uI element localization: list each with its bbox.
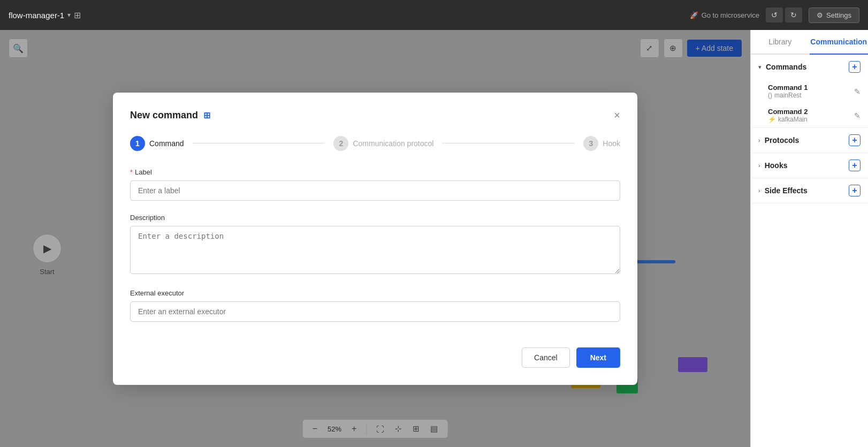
main-layout: 🔍 ⤢ ⊕ + Add state ▶ Start − 52% + [0, 30, 868, 447]
add-side-effect-button[interactable]: + [849, 185, 861, 196]
side-effects-section-title: Side Effects [765, 186, 808, 195]
step-1-circle: 1 [130, 136, 145, 151]
sidebar-section-commands: ▾ Commands + Command 1 () mainRest ✎ Com… [751, 55, 868, 128]
modal-header: New command ⊞ × [130, 110, 620, 121]
settings-button[interactable]: ⚙ Settings [809, 7, 859, 23]
side-effects-chevron-icon: › [758, 187, 760, 194]
modal-footer: Cancel Next [130, 335, 620, 368]
step-1: 1 Command [130, 136, 184, 151]
label-input[interactable] [130, 180, 620, 201]
commands-chevron-icon: ▾ [758, 64, 762, 71]
external-executor-text: External executor [130, 289, 184, 297]
command-1-sub: () mainRest [768, 92, 808, 99]
description-textarea[interactable] [130, 226, 620, 274]
book-icon: ⊞ [74, 10, 81, 20]
step-3-circle: 3 [583, 136, 598, 151]
go-to-microservice-link[interactable]: 🚀 Go to microservice [690, 11, 759, 19]
commands-section-header[interactable]: ▾ Commands + [751, 55, 868, 79]
next-button[interactable]: Next [576, 347, 620, 368]
add-command-button[interactable]: + [849, 61, 861, 73]
command-1-icon: () [768, 92, 772, 99]
redo-button[interactable]: ↻ [785, 7, 802, 22]
command-1-sub-text: mainRest [774, 92, 802, 99]
edit-command-1-button[interactable]: ✎ [854, 87, 861, 96]
external-executor-field-label: External executor [130, 289, 620, 297]
label-form-group: * Label [130, 168, 620, 201]
label-text: Label [135, 168, 152, 176]
topbar-right: 🚀 Go to microservice ↺ ↻ ⚙ Settings [690, 7, 859, 23]
side-effects-section-header[interactable]: › Side Effects + [751, 178, 868, 203]
tab-communication[interactable]: Communication [810, 30, 869, 54]
step-2: 2 Communication protocol [333, 136, 433, 151]
step-3: 3 Hook [583, 136, 620, 151]
undo-button[interactable]: ↺ [766, 7, 783, 22]
external-executor-input[interactable] [130, 301, 620, 322]
command-2-icon: ⚡ [768, 116, 776, 123]
add-hook-button[interactable]: + [849, 160, 861, 171]
modal-title: New command ⊞ [130, 110, 210, 121]
hooks-header-left: › Hooks [758, 161, 787, 170]
sidebar-section-hooks: › Hooks + [751, 153, 868, 178]
hooks-section-title: Hooks [765, 161, 788, 170]
hooks-chevron-icon: › [758, 162, 760, 169]
step-2-label: Communication protocol [353, 139, 433, 148]
sidebar-section-side-effects: › Side Effects + [751, 178, 868, 203]
sidebar-section-protocols: › Protocols + [751, 128, 868, 153]
protocols-chevron-icon: › [758, 137, 760, 143]
gear-icon: ⚙ [817, 11, 823, 19]
description-text: Description [130, 214, 165, 222]
settings-label: Settings [826, 11, 851, 19]
step-1-label: Command [149, 139, 184, 148]
step-2-circle: 2 [333, 136, 348, 151]
command-2-info: Command 2 ⚡ kafkaMain [768, 108, 808, 123]
protocols-section-header[interactable]: › Protocols + [751, 128, 868, 153]
side-effects-header-left: › Side Effects [758, 186, 808, 195]
command-2-name: Command 2 [768, 108, 808, 116]
new-command-modal: New command ⊞ × 1 Command 2 Communicatio… [113, 93, 637, 385]
tab-library[interactable]: Library [751, 30, 810, 54]
modal-title-icon: ⊞ [203, 110, 210, 120]
command-2-sub-text: kafkaMain [778, 116, 808, 123]
external-executor-form-group: External executor [130, 289, 620, 322]
hooks-section-header[interactable]: › Hooks + [751, 153, 868, 178]
command-item-1[interactable]: Command 1 () mainRest ✎ [751, 79, 868, 103]
stepper: 1 Command 2 Communication protocol 3 Hoo… [130, 136, 620, 151]
modal-title-text: New command [130, 110, 198, 121]
topbar: flow-manager-1 ▾ ⊞ 🚀 Go to microservice … [0, 0, 868, 30]
app-title-text: flow-manager-1 [9, 11, 64, 20]
go-to-microservice-label: Go to microservice [702, 11, 759, 19]
step-line-2 [442, 143, 575, 143]
commands-header-left: ▾ Commands [758, 63, 806, 71]
undo-redo-group: ↺ ↻ [766, 7, 802, 22]
protocols-section-title: Protocols [765, 136, 800, 145]
canvas-area: 🔍 ⤢ ⊕ + Add state ▶ Start − 52% + [0, 30, 750, 447]
sidebar-tabs: Library Communication [751, 30, 868, 55]
command-item-2[interactable]: Command 2 ⚡ kafkaMain ✎ [751, 103, 868, 127]
right-sidebar: Library Communication ▾ Commands + Comma… [750, 30, 868, 447]
description-form-group: Description [130, 214, 620, 276]
rocket-icon: 🚀 [690, 11, 698, 19]
title-chevron-icon: ▾ [67, 11, 71, 19]
step-3-label: Hook [603, 139, 620, 148]
cancel-button[interactable]: Cancel [522, 347, 570, 368]
label-required-star: * [130, 168, 133, 176]
description-field-label: Description [130, 214, 620, 222]
modal-close-button[interactable]: × [614, 110, 620, 120]
add-protocol-button[interactable]: + [849, 134, 861, 146]
label-field-label: * Label [130, 168, 620, 176]
app-title[interactable]: flow-manager-1 ▾ ⊞ [9, 10, 81, 20]
commands-section-title: Commands [766, 63, 806, 71]
edit-command-2-button[interactable]: ✎ [854, 111, 861, 120]
command-2-sub: ⚡ kafkaMain [768, 116, 808, 123]
modal-overlay: New command ⊞ × 1 Command 2 Communicatio… [0, 30, 750, 447]
protocols-header-left: › Protocols [758, 136, 799, 145]
command-1-info: Command 1 () mainRest [768, 84, 808, 99]
step-line-1 [193, 143, 325, 143]
command-1-name: Command 1 [768, 84, 808, 92]
